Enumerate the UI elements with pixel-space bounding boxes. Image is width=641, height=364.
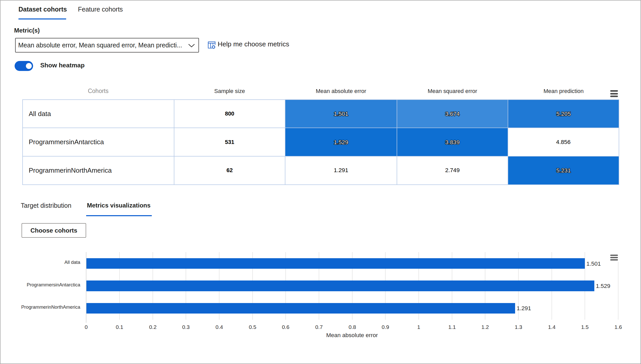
svg-text:5.205: 5.205 [556, 111, 571, 117]
svg-text:3.839: 3.839 [445, 139, 459, 145]
svg-text:5.231: 5.231 [556, 167, 571, 174]
svg-text:1.529: 1.529 [334, 139, 348, 145]
svg-text:1.501: 1.501 [334, 111, 348, 117]
svg-text:3.674: 3.674 [445, 111, 459, 117]
